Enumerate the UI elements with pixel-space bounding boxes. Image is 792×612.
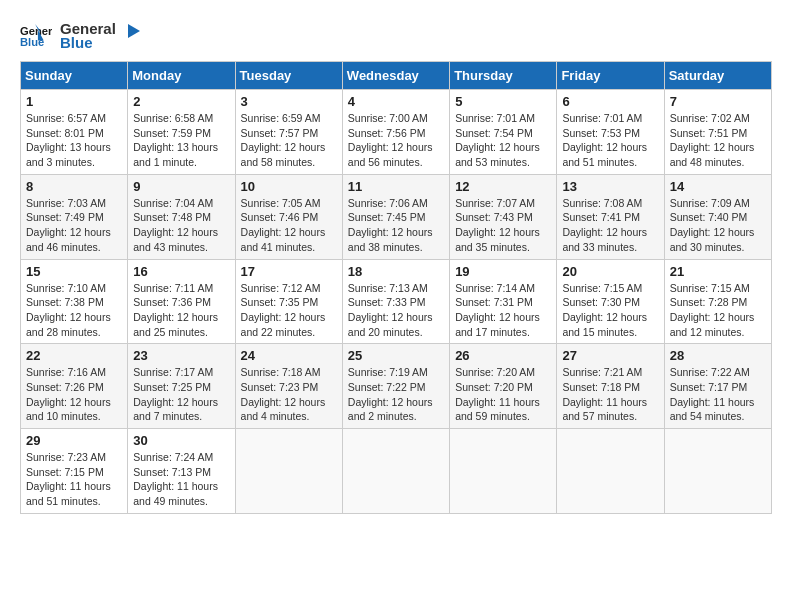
day-number: 21 xyxy=(670,264,766,279)
day-number: 24 xyxy=(241,348,337,363)
calendar-day-cell xyxy=(235,429,342,514)
header-day-thursday: Thursday xyxy=(450,62,557,90)
day-info: Sunrise: 7:23 AM Sunset: 7:15 PM Dayligh… xyxy=(26,450,122,509)
day-number: 9 xyxy=(133,179,229,194)
calendar-day-cell: 3 Sunrise: 6:59 AM Sunset: 7:57 PM Dayli… xyxy=(235,90,342,175)
day-info: Sunrise: 7:12 AM Sunset: 7:35 PM Dayligh… xyxy=(241,281,337,340)
day-number: 1 xyxy=(26,94,122,109)
calendar-day-cell: 19 Sunrise: 7:14 AM Sunset: 7:31 PM Dayl… xyxy=(450,259,557,344)
day-number: 29 xyxy=(26,433,122,448)
calendar-day-cell: 16 Sunrise: 7:11 AM Sunset: 7:36 PM Dayl… xyxy=(128,259,235,344)
calendar-day-cell: 28 Sunrise: 7:22 AM Sunset: 7:17 PM Dayl… xyxy=(664,344,771,429)
calendar-day-cell: 21 Sunrise: 7:15 AM Sunset: 7:28 PM Dayl… xyxy=(664,259,771,344)
calendar-day-cell: 18 Sunrise: 7:13 AM Sunset: 7:33 PM Dayl… xyxy=(342,259,449,344)
header-day-wednesday: Wednesday xyxy=(342,62,449,90)
day-number: 3 xyxy=(241,94,337,109)
calendar-week-row: 8 Sunrise: 7:03 AM Sunset: 7:49 PM Dayli… xyxy=(21,174,772,259)
calendar-day-cell: 1 Sunrise: 6:57 AM Sunset: 8:01 PM Dayli… xyxy=(21,90,128,175)
calendar-day-cell: 7 Sunrise: 7:02 AM Sunset: 7:51 PM Dayli… xyxy=(664,90,771,175)
day-info: Sunrise: 7:01 AM Sunset: 7:53 PM Dayligh… xyxy=(562,111,658,170)
day-info: Sunrise: 7:22 AM Sunset: 7:17 PM Dayligh… xyxy=(670,365,766,424)
day-info: Sunrise: 7:19 AM Sunset: 7:22 PM Dayligh… xyxy=(348,365,444,424)
day-info: Sunrise: 7:17 AM Sunset: 7:25 PM Dayligh… xyxy=(133,365,229,424)
day-info: Sunrise: 6:59 AM Sunset: 7:57 PM Dayligh… xyxy=(241,111,337,170)
day-number: 8 xyxy=(26,179,122,194)
day-number: 4 xyxy=(348,94,444,109)
day-info: Sunrise: 7:04 AM Sunset: 7:48 PM Dayligh… xyxy=(133,196,229,255)
calendar-day-cell: 12 Sunrise: 7:07 AM Sunset: 7:43 PM Dayl… xyxy=(450,174,557,259)
calendar-week-row: 22 Sunrise: 7:16 AM Sunset: 7:26 PM Dayl… xyxy=(21,344,772,429)
day-number: 15 xyxy=(26,264,122,279)
day-info: Sunrise: 7:08 AM Sunset: 7:41 PM Dayligh… xyxy=(562,196,658,255)
logo-icon: General Blue xyxy=(20,22,52,50)
calendar-day-cell: 4 Sunrise: 7:00 AM Sunset: 7:56 PM Dayli… xyxy=(342,90,449,175)
day-number: 12 xyxy=(455,179,551,194)
calendar-day-cell: 22 Sunrise: 7:16 AM Sunset: 7:26 PM Dayl… xyxy=(21,344,128,429)
calendar-header-row: SundayMondayTuesdayWednesdayThursdayFrid… xyxy=(21,62,772,90)
calendar-day-cell: 29 Sunrise: 7:23 AM Sunset: 7:15 PM Dayl… xyxy=(21,429,128,514)
day-number: 10 xyxy=(241,179,337,194)
header-day-tuesday: Tuesday xyxy=(235,62,342,90)
day-number: 18 xyxy=(348,264,444,279)
calendar-day-cell: 5 Sunrise: 7:01 AM Sunset: 7:54 PM Dayli… xyxy=(450,90,557,175)
calendar-day-cell: 27 Sunrise: 7:21 AM Sunset: 7:18 PM Dayl… xyxy=(557,344,664,429)
day-info: Sunrise: 7:07 AM Sunset: 7:43 PM Dayligh… xyxy=(455,196,551,255)
day-info: Sunrise: 6:57 AM Sunset: 8:01 PM Dayligh… xyxy=(26,111,122,170)
logo-arrow-icon xyxy=(122,20,144,42)
page-header: General Blue General Blue xyxy=(20,20,772,51)
day-number: 22 xyxy=(26,348,122,363)
day-info: Sunrise: 7:05 AM Sunset: 7:46 PM Dayligh… xyxy=(241,196,337,255)
day-number: 27 xyxy=(562,348,658,363)
day-info: Sunrise: 7:15 AM Sunset: 7:28 PM Dayligh… xyxy=(670,281,766,340)
calendar-table: SundayMondayTuesdayWednesdayThursdayFrid… xyxy=(20,61,772,514)
day-number: 28 xyxy=(670,348,766,363)
calendar-day-cell xyxy=(557,429,664,514)
day-number: 26 xyxy=(455,348,551,363)
day-number: 5 xyxy=(455,94,551,109)
day-number: 14 xyxy=(670,179,766,194)
calendar-day-cell: 11 Sunrise: 7:06 AM Sunset: 7:45 PM Dayl… xyxy=(342,174,449,259)
day-number: 16 xyxy=(133,264,229,279)
calendar-day-cell: 25 Sunrise: 7:19 AM Sunset: 7:22 PM Dayl… xyxy=(342,344,449,429)
day-info: Sunrise: 7:10 AM Sunset: 7:38 PM Dayligh… xyxy=(26,281,122,340)
calendar-day-cell xyxy=(664,429,771,514)
header-day-monday: Monday xyxy=(128,62,235,90)
day-info: Sunrise: 7:16 AM Sunset: 7:26 PM Dayligh… xyxy=(26,365,122,424)
day-info: Sunrise: 7:20 AM Sunset: 7:20 PM Dayligh… xyxy=(455,365,551,424)
day-info: Sunrise: 7:01 AM Sunset: 7:54 PM Dayligh… xyxy=(455,111,551,170)
day-info: Sunrise: 7:00 AM Sunset: 7:56 PM Dayligh… xyxy=(348,111,444,170)
day-info: Sunrise: 7:15 AM Sunset: 7:30 PM Dayligh… xyxy=(562,281,658,340)
header-day-saturday: Saturday xyxy=(664,62,771,90)
day-number: 17 xyxy=(241,264,337,279)
day-number: 23 xyxy=(133,348,229,363)
calendar-day-cell: 6 Sunrise: 7:01 AM Sunset: 7:53 PM Dayli… xyxy=(557,90,664,175)
day-info: Sunrise: 7:21 AM Sunset: 7:18 PM Dayligh… xyxy=(562,365,658,424)
calendar-day-cell xyxy=(342,429,449,514)
calendar-day-cell: 26 Sunrise: 7:20 AM Sunset: 7:20 PM Dayl… xyxy=(450,344,557,429)
day-number: 13 xyxy=(562,179,658,194)
day-info: Sunrise: 7:11 AM Sunset: 7:36 PM Dayligh… xyxy=(133,281,229,340)
calendar-day-cell: 2 Sunrise: 6:58 AM Sunset: 7:59 PM Dayli… xyxy=(128,90,235,175)
day-info: Sunrise: 7:06 AM Sunset: 7:45 PM Dayligh… xyxy=(348,196,444,255)
day-number: 30 xyxy=(133,433,229,448)
calendar-day-cell: 14 Sunrise: 7:09 AM Sunset: 7:40 PM Dayl… xyxy=(664,174,771,259)
calendar-day-cell: 8 Sunrise: 7:03 AM Sunset: 7:49 PM Dayli… xyxy=(21,174,128,259)
day-number: 19 xyxy=(455,264,551,279)
day-number: 7 xyxy=(670,94,766,109)
calendar-day-cell: 13 Sunrise: 7:08 AM Sunset: 7:41 PM Dayl… xyxy=(557,174,664,259)
calendar-day-cell: 24 Sunrise: 7:18 AM Sunset: 7:23 PM Dayl… xyxy=(235,344,342,429)
day-info: Sunrise: 7:18 AM Sunset: 7:23 PM Dayligh… xyxy=(241,365,337,424)
calendar-day-cell xyxy=(450,429,557,514)
day-info: Sunrise: 7:14 AM Sunset: 7:31 PM Dayligh… xyxy=(455,281,551,340)
logo: General Blue General Blue xyxy=(20,20,144,51)
calendar-day-cell: 15 Sunrise: 7:10 AM Sunset: 7:38 PM Dayl… xyxy=(21,259,128,344)
calendar-week-row: 1 Sunrise: 6:57 AM Sunset: 8:01 PM Dayli… xyxy=(21,90,772,175)
header-day-sunday: Sunday xyxy=(21,62,128,90)
header-day-friday: Friday xyxy=(557,62,664,90)
calendar-day-cell: 17 Sunrise: 7:12 AM Sunset: 7:35 PM Dayl… xyxy=(235,259,342,344)
day-info: Sunrise: 6:58 AM Sunset: 7:59 PM Dayligh… xyxy=(133,111,229,170)
day-info: Sunrise: 7:09 AM Sunset: 7:40 PM Dayligh… xyxy=(670,196,766,255)
day-number: 2 xyxy=(133,94,229,109)
day-info: Sunrise: 7:03 AM Sunset: 7:49 PM Dayligh… xyxy=(26,196,122,255)
svg-marker-3 xyxy=(128,24,140,38)
